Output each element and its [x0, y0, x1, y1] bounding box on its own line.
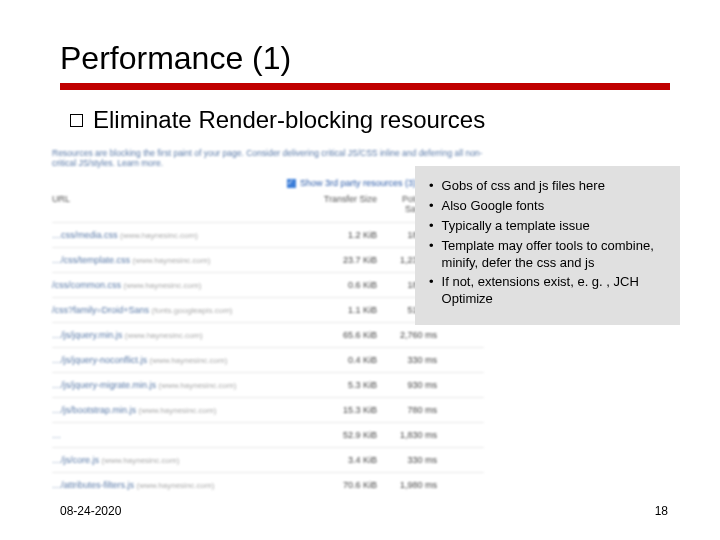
cell-size: 5.3 KiB [322, 380, 377, 390]
bullet-icon: • [429, 218, 434, 235]
bullet-icon: • [429, 198, 434, 215]
cell-savings: 2,760 ms [377, 330, 437, 340]
cell-domain: (fonts.googleapis.com) [152, 306, 233, 315]
third-party-label: Show 3rd party resources (3) [300, 178, 416, 188]
callout-box: •Gobs of css and js files here•Also Goog… [415, 166, 680, 325]
header-url: URL [52, 194, 322, 214]
cell-url: …/css/template.css (www.haynesinc.com) [52, 255, 322, 265]
cell-domain: (www.haynesinc.com) [159, 381, 237, 390]
cell-size: 52.9 KiB [322, 430, 377, 440]
table-row: …/js/jquery-migrate.min.js (www.haynesin… [52, 372, 484, 397]
cell-url: …css/media.css (www.haynesinc.com) [52, 230, 322, 240]
subtitle: Eliminate Render-blocking resources [93, 106, 485, 134]
cell-url: …/js/core.js (www.haynesinc.com) [52, 455, 322, 465]
callout-item: •Template may offer tools to combine, mi… [425, 238, 670, 272]
cell-savings: 330 ms [377, 455, 437, 465]
cell-size: 23.7 KiB [322, 255, 377, 265]
cell-url: …/js/jquery-migrate.min.js (www.haynesin… [52, 380, 322, 390]
cell-url: /css/common.css (www.haynesinc.com) [52, 280, 322, 290]
cell-savings: 1,980 ms [377, 480, 437, 490]
cell-domain: (www.haynesinc.com) [120, 231, 198, 240]
cell-savings: 1,830 ms [377, 430, 437, 440]
bullet-icon: • [429, 238, 434, 272]
footer: 08-24-2020 18 [60, 504, 668, 518]
table-row: …/js/core.js (www.haynesinc.com)3.4 KiB3… [52, 447, 484, 472]
cell-url: …/attributes-filters.js (www.haynesinc.c… [52, 480, 322, 490]
cell-size: 0.4 KiB [322, 355, 377, 365]
content-area: Resources are blocking the first paint o… [60, 144, 670, 474]
cell-domain: (www.haynesinc.com) [139, 406, 217, 415]
table-row: …/js/jquery.min.js (www.haynesinc.com)65… [52, 322, 484, 347]
subtitle-row: Eliminate Render-blocking resources [70, 106, 670, 134]
callout-text: Typically a template issue [442, 218, 590, 235]
cell-savings: 930 ms [377, 380, 437, 390]
cell-url: /css?family=Droid+Sans (fonts.googleapis… [52, 305, 322, 315]
cell-size: 0.6 KiB [322, 280, 377, 290]
header-size: Transfer Size [322, 194, 377, 214]
callout-text: Also Google fonts [442, 198, 545, 215]
callout-item: •Typically a template issue [425, 218, 670, 235]
cell-domain: (www.haynesinc.com) [102, 456, 180, 465]
cell-size: 1.1 KiB [322, 305, 377, 315]
cell-savings: 330 ms [377, 355, 437, 365]
callout-item: •Gobs of css and js files here [425, 178, 670, 195]
callout-text: If not, extensions exist, e. g. , JCH Op… [442, 274, 670, 308]
callout-list: •Gobs of css and js files here•Also Goog… [425, 178, 670, 308]
cell-savings: 780 ms [377, 405, 437, 415]
cell-domain: (www.haynesinc.com) [124, 281, 202, 290]
callout-text: Template may offer tools to combine, min… [442, 238, 670, 272]
title-underline [60, 83, 670, 90]
slide-title: Performance (1) [60, 40, 670, 77]
cell-url: …/js/bootstrap.min.js (www.haynesinc.com… [52, 405, 322, 415]
footer-date: 08-24-2020 [60, 504, 121, 518]
bullet-checkbox-icon [70, 114, 83, 127]
cell-url: … [52, 430, 322, 440]
callout-item: •If not, extensions exist, e. g. , JCH O… [425, 274, 670, 308]
table-row: … 52.9 KiB1,830 ms [52, 422, 484, 447]
bullet-icon: • [429, 274, 434, 308]
table-row: …/js/bootstrap.min.js (www.haynesinc.com… [52, 397, 484, 422]
footer-page: 18 [655, 504, 668, 518]
cell-size: 65.6 KiB [322, 330, 377, 340]
cell-url: …/js/jquery-noconflict.js (www.haynesinc… [52, 355, 322, 365]
cell-domain: (www.haynesinc.com) [150, 356, 228, 365]
table-row: …/js/jquery-noconflict.js (www.haynesinc… [52, 347, 484, 372]
table-row: …/attributes-filters.js (www.haynesinc.c… [52, 472, 484, 497]
bullet-icon: • [429, 178, 434, 195]
cell-size: 15.3 KiB [322, 405, 377, 415]
cell-domain: (www.haynesinc.com) [133, 256, 211, 265]
audit-description: Resources are blocking the first paint o… [52, 148, 484, 168]
cell-domain: (www.haynesinc.com) [125, 331, 203, 340]
callout-text: Gobs of css and js files here [442, 178, 605, 195]
callout-item: •Also Google fonts [425, 198, 670, 215]
cell-domain: (www.haynesinc.com) [137, 481, 215, 490]
cell-size: 70.6 KiB [322, 480, 377, 490]
cell-url: …/js/jquery.min.js (www.haynesinc.com) [52, 330, 322, 340]
checkbox-icon [287, 179, 296, 188]
cell-size: 1.2 KiB [322, 230, 377, 240]
cell-size: 3.4 KiB [322, 455, 377, 465]
slide: Performance (1) Eliminate Render-blockin… [0, 0, 720, 540]
